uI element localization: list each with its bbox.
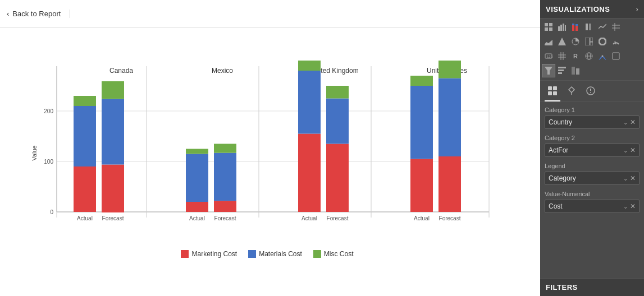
field-dropdown-value[interactable]: Cost ⌄ ✕ xyxy=(545,200,640,213)
expand-icon[interactable]: › xyxy=(636,4,638,13)
viz-icon-filter-active[interactable] xyxy=(542,64,555,77)
bar-us-forecast-materials[interactable] xyxy=(439,78,461,157)
svg-point-43 xyxy=(602,55,604,57)
viz-icon-pie[interactable] xyxy=(569,35,582,48)
svg-rect-47 xyxy=(558,70,564,71)
y-tick-200: 200 xyxy=(44,108,53,114)
svg-marker-27 xyxy=(558,38,566,45)
viz-icon-donut[interactable] xyxy=(596,35,609,48)
bar-us-actual-materials[interactable] xyxy=(410,86,433,159)
svg-rect-50 xyxy=(576,68,579,75)
viz-icon-r[interactable]: R xyxy=(569,49,582,63)
field-tab-fields[interactable] xyxy=(545,84,560,101)
visualizations-header: VISUALIZATIONS › xyxy=(540,0,644,18)
top-bar: ‹ Back to Report xyxy=(0,0,540,28)
back-arrow-icon: ‹ xyxy=(7,10,9,18)
dropdown-chevron-category1[interactable]: ⌄ xyxy=(623,119,628,126)
viz-icon-extra[interactable] xyxy=(609,49,623,63)
chart-legend: Marketing Cost Materials Cost Misc Cost xyxy=(181,250,353,258)
bar-mexico-forecast-misc[interactable] xyxy=(214,144,236,153)
xlabel-us-actual: Actual xyxy=(414,215,430,221)
bar-us-actual-marketing[interactable] xyxy=(410,159,433,212)
svg-rect-54 xyxy=(553,91,557,95)
viz-icon-area[interactable] xyxy=(542,35,555,48)
viz-icon-card[interactable]: 123 xyxy=(542,49,555,63)
field-tabs xyxy=(540,81,644,102)
viz-icon-treemap[interactable] xyxy=(582,35,596,48)
viz-icon-extra2[interactable] xyxy=(555,64,569,77)
back-to-report-button[interactable]: ‹ Back to Report xyxy=(7,10,70,18)
field-dropdown-category1[interactable]: Country ⌄ ✕ xyxy=(545,115,640,129)
bar-us-actual-misc[interactable] xyxy=(410,76,433,86)
svg-rect-23 xyxy=(589,24,591,30)
bar-canada-forecast-marketing[interactable] xyxy=(102,165,124,213)
bar-chart-svg: Value 0 100 200 Canada xyxy=(29,61,506,246)
viz-icon-extra3[interactable] xyxy=(569,64,582,77)
field-dropdown-right-value: ⌄ ✕ xyxy=(623,202,636,210)
viz-icon-line[interactable] xyxy=(596,20,609,34)
bar-uk-actual-materials[interactable] xyxy=(298,68,321,134)
legend-color-misc xyxy=(313,250,321,258)
xlabel-canada-actual: Actual xyxy=(77,215,93,221)
bar-mexico-actual-materials[interactable] xyxy=(186,154,208,202)
bar-canada-actual-materials[interactable] xyxy=(74,106,96,166)
field-dropdown-legend[interactable]: Category ⌄ ✕ xyxy=(545,172,640,185)
back-label: Back to Report xyxy=(12,10,61,18)
bar-us-forecast-misc[interactable] xyxy=(439,61,461,78)
dropdown-chevron-legend[interactable]: ⌄ xyxy=(623,175,628,182)
field-tab-analytics[interactable] xyxy=(583,84,599,101)
svg-rect-48 xyxy=(558,72,562,74)
bar-mexico-actual-misc[interactable] xyxy=(186,149,208,154)
dropdown-chevron-value[interactable]: ⌄ xyxy=(623,203,628,210)
dropdown-chevron-category2[interactable]: ⌄ xyxy=(623,147,628,154)
y-axis-label: Value xyxy=(31,145,38,160)
bar-mexico-forecast-materials[interactable] xyxy=(214,153,236,201)
xlabel-canada-forecast: Forecast xyxy=(102,215,124,221)
bar-mexico-forecast-marketing[interactable] xyxy=(214,201,236,212)
viz-icon-100pct[interactable] xyxy=(582,20,596,34)
svg-rect-31 xyxy=(590,42,593,45)
svg-point-59 xyxy=(590,92,591,93)
bar-uk-forecast-marketing[interactable] xyxy=(326,144,349,212)
bar-uk-forecast-misc[interactable] xyxy=(326,86,349,99)
viz-icon-gauge[interactable] xyxy=(609,35,623,48)
svg-rect-44 xyxy=(613,53,619,59)
bar-uk-actual-misc2[interactable] xyxy=(298,61,321,68)
field-group-category1: Category 1 Country ⌄ ✕ xyxy=(545,107,640,129)
field-dropdown-right-legend: ⌄ ✕ xyxy=(623,174,636,182)
viz-icon-table2[interactable] xyxy=(609,20,623,34)
svg-marker-45 xyxy=(545,67,552,75)
xlabel-mexico-actual: Actual xyxy=(189,215,205,221)
bar-mexico-actual-marketing[interactable] xyxy=(186,202,208,212)
viz-icon-globe[interactable] xyxy=(582,49,596,63)
field-remove-legend[interactable]: ✕ xyxy=(630,174,636,182)
bar-us-forecast-marketing[interactable] xyxy=(439,156,461,212)
bar-uk-actual-marketing[interactable] xyxy=(298,134,321,212)
field-dropdown-category2[interactable]: ActFor ⌄ ✕ xyxy=(545,144,640,157)
bar-canada-forecast-misc[interactable] xyxy=(102,81,124,99)
viz-icon-stacked-bar[interactable] xyxy=(569,20,582,34)
visualizations-title: VISUALIZATIONS xyxy=(546,5,610,13)
viz-icon-antenna[interactable] xyxy=(596,49,609,63)
svg-rect-12 xyxy=(545,27,548,31)
viz-icon-bar[interactable] xyxy=(555,20,569,34)
country-label-mexico: Mexico xyxy=(212,67,233,75)
field-remove-value[interactable]: ✕ xyxy=(630,202,636,210)
viz-icon-table[interactable] xyxy=(542,20,555,34)
field-tab-format[interactable] xyxy=(564,84,579,101)
bar-canada-actual-misc[interactable] xyxy=(74,96,96,106)
bar-canada-actual-marketing[interactable] xyxy=(74,166,96,212)
bar-canada-forecast-materials[interactable] xyxy=(102,99,124,165)
field-remove-category1[interactable]: ✕ xyxy=(630,118,636,126)
bar-uk-forecast-materials[interactable] xyxy=(326,99,349,144)
svg-rect-10 xyxy=(545,23,548,26)
y-tick-0: 0 xyxy=(50,209,53,215)
svg-rect-29 xyxy=(585,38,590,45)
viz-icon-scatter[interactable] xyxy=(555,35,569,48)
y-tick-100: 100 xyxy=(44,159,53,165)
field-remove-category2[interactable]: ✕ xyxy=(630,146,636,154)
chart-area: Value 0 100 200 Canada xyxy=(0,28,540,296)
field-group-value: Value-Numerical Cost ⌄ ✕ xyxy=(545,191,640,213)
svg-rect-18 xyxy=(572,25,574,31)
viz-icon-matrix[interactable] xyxy=(555,49,569,63)
